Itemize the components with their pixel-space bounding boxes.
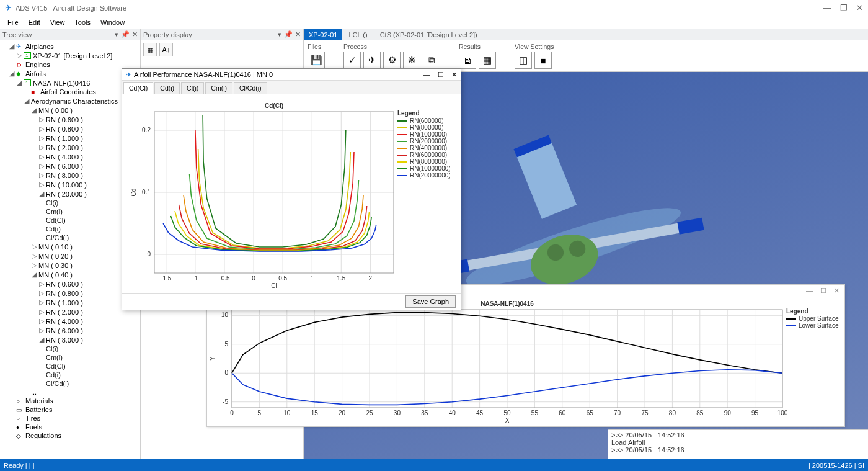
tab-cts[interactable]: CtS (XP-02-01 [Design Level 2]) (374, 30, 484, 40)
tree-tires[interactable]: ○Tires (0, 414, 140, 423)
tree-leaf[interactable]: Cm(i) (0, 207, 140, 216)
tree-leaf[interactable]: Cl(i) (0, 199, 140, 207)
tree-rn[interactable]: ▷RN ( 0.800 ) (0, 124, 140, 133)
document-tabstrip: XP-02-01 LCL () CtS (XP-02-01 [Design Le… (304, 29, 868, 40)
menu-edit[interactable]: Edit (24, 17, 45, 27)
tree-airplanes[interactable]: ◢✈Airplanes (0, 42, 140, 51)
tree-rn[interactable]: ▷RN ( 6.000 ) (0, 161, 140, 171)
tree-coords[interactable]: ■Airfoil Coordinates (0, 87, 140, 96)
categorize-icon[interactable]: ▦ (143, 43, 157, 56)
tree-view[interactable]: ◢✈Airplanes ▷1XP-02-01 [Design Level 2] … (0, 40, 140, 459)
tree-rn[interactable]: ▷RN ( 2.000 ) (0, 143, 140, 152)
tree-fuels[interactable]: ♦Fuels (0, 423, 140, 431)
tree-rn[interactable]: ▷RN ( 0.800 ) (0, 289, 140, 298)
tree-mn040[interactable]: ◢MN ( 0.40 ) (0, 270, 140, 279)
tree-rn[interactable]: ▷RN ( 4.000 ) (0, 152, 140, 161)
perf-tab-cli[interactable]: Cl(i) (181, 82, 204, 94)
perf-chart-area: -1.5-1-0.500.511.5200.10.2Cd(Cl)ClCdLege… (122, 94, 461, 293)
perf-tab-clcdi[interactable]: Cl/Cd(i) (234, 82, 267, 94)
tree-rn[interactable]: ▷RN ( 8.000 ) (0, 171, 140, 180)
report-icon[interactable]: 🗎 (459, 52, 476, 69)
perf-tab-cmi[interactable]: Cm(i) (205, 82, 232, 94)
svg-text:100: 100 (777, 410, 788, 416)
tree-rn[interactable]: ▷RN ( 10.000 ) (0, 180, 140, 189)
tree-leaf[interactable]: Cl(i) (0, 344, 140, 353)
tree-rn[interactable]: ▷RN ( 2.000 ) (0, 307, 140, 316)
grid-icon[interactable]: ▦ (479, 52, 496, 69)
layers-icon[interactable]: ◫ (515, 52, 532, 69)
close-panel-icon[interactable]: ✕ (295, 30, 301, 38)
copy-icon[interactable]: ⧉ (423, 52, 440, 69)
perf-tab-cdcl[interactable]: Cd(Cl) (123, 82, 153, 94)
tree-airfoils[interactable]: ◢◆Airfoils (0, 69, 140, 78)
tree-leaf[interactable]: Cd(Cl) (0, 216, 140, 225)
mesh-icon[interactable]: ❋ (403, 52, 420, 69)
tree-nasa-nlf[interactable]: ◢1NASA-NLF(1)0416 (0, 78, 140, 87)
maximize-icon[interactable]: ☐ (820, 287, 826, 295)
check-icon[interactable]: ✓ (343, 52, 361, 69)
tree-more[interactable]: ... (0, 388, 140, 397)
sort-icon[interactable]: A↓ (159, 43, 173, 56)
svg-text:60: 60 (559, 410, 566, 416)
solid-icon[interactable]: ■ (534, 52, 552, 69)
pin-icon[interactable]: 📌 (284, 30, 293, 38)
menu-file[interactable]: File (2, 17, 24, 27)
close-panel-icon[interactable]: ✕ (132, 30, 138, 38)
tree-rn[interactable]: ▷RN ( 6.000 ) (0, 326, 140, 335)
tree-engines[interactable]: ⚙Engines (0, 60, 140, 69)
tree-aero[interactable]: ◢Aerodynamic Characteristics (0, 96, 140, 105)
tree-panel: Tree view ▾📌✕ ◢✈Airplanes ▷1XP-02-01 [De… (0, 29, 141, 459)
tree-rn[interactable]: ▷RN ( 0.600 ) (0, 279, 140, 289)
maximize-icon[interactable]: ☐ (438, 71, 444, 79)
property-panel-header: Property display ▾📌✕ (141, 29, 303, 40)
tree-rn[interactable]: ▷RN ( 1.000 ) (0, 298, 140, 307)
dropdown-icon[interactable]: ▾ (115, 30, 118, 38)
tab-xp0201[interactable]: XP-02-01 (304, 29, 342, 40)
toolbar-group-viewsettings: View Settings (515, 43, 554, 50)
tree-mn030[interactable]: ▷MN ( 0.30 ) (0, 261, 140, 270)
tree-xp0201[interactable]: ▷1XP-02-01 [Design Level 2] (0, 51, 140, 60)
svg-text:0.2: 0.2 (142, 127, 151, 133)
tree-rn[interactable]: ▷RN ( 1.000 ) (0, 133, 140, 143)
pin-icon[interactable]: 📌 (121, 30, 130, 38)
menu-tools[interactable]: Tools (69, 17, 95, 27)
perf-tab-cdi[interactable]: Cd(i) (154, 82, 180, 94)
tree-rn200[interactable]: ◢RN ( 20.000 ) (0, 189, 140, 199)
svg-text:RN(800000): RN(800000) (410, 124, 443, 131)
tree-leaf[interactable]: Cd(i) (0, 225, 140, 233)
svg-text:25: 25 (366, 410, 373, 416)
perf-window-titlebar[interactable]: ✈ Airfoil Performance NASA-NLF(1)0416 | … (122, 69, 461, 81)
tree-rn80-open[interactable]: ◢RN ( 8.000 ) (0, 335, 140, 344)
minimize-icon[interactable]: — (423, 71, 430, 79)
dropdown-icon[interactable]: ▾ (278, 30, 281, 38)
close-icon[interactable]: ✕ (856, 3, 863, 12)
tree-leaf[interactable]: Cl/Cd(i) (0, 233, 140, 242)
menu-view[interactable]: View (45, 17, 70, 27)
tree-materials[interactable]: ○Materials (0, 397, 140, 405)
tab-lcl[interactable]: LCL () (342, 30, 373, 40)
save-icon[interactable]: 💾 (308, 52, 325, 69)
tree-mn000[interactable]: ◢MN ( 0.00 ) (0, 105, 140, 115)
tree-leaf[interactable]: Cd(i) (0, 370, 140, 379)
save-graph-button[interactable]: Save Graph (405, 295, 456, 308)
airfoil-performance-window[interactable]: ✈ Airfoil Performance NASA-NLF(1)0416 | … (122, 68, 461, 310)
minimize-icon[interactable]: — (806, 287, 813, 294)
gear-icon[interactable]: ⚙ (383, 52, 401, 69)
tree-regs[interactable]: ◇Regulations (0, 431, 140, 440)
tree-mn010[interactable]: ▷MN ( 0.10 ) (0, 242, 140, 251)
close-icon[interactable]: ✕ (451, 71, 457, 79)
tree-leaf[interactable]: Cd(Cl) (0, 362, 140, 370)
tree-rn[interactable]: ▷RN ( 4.000 ) (0, 316, 140, 326)
plane-icon[interactable]: ✈ (363, 52, 381, 69)
tree-leaf[interactable]: Cl/Cd(i) (0, 379, 140, 388)
tree-rn[interactable]: ▷RN ( 0.600 ) (0, 115, 140, 124)
svg-text:20: 20 (339, 410, 346, 416)
tree-leaf[interactable]: Cm(i) (0, 353, 140, 362)
menu-window[interactable]: Window (95, 17, 130, 27)
minimize-icon[interactable]: — (823, 3, 831, 12)
tree-mn020[interactable]: ▷MN ( 0.20 ) (0, 251, 140, 261)
tree-batteries[interactable]: ▭Batteries (0, 405, 140, 414)
tree-panel-header: Tree view ▾📌✕ (0, 29, 140, 40)
maximize-icon[interactable]: ❐ (840, 3, 848, 12)
close-icon[interactable]: ✕ (834, 287, 839, 295)
